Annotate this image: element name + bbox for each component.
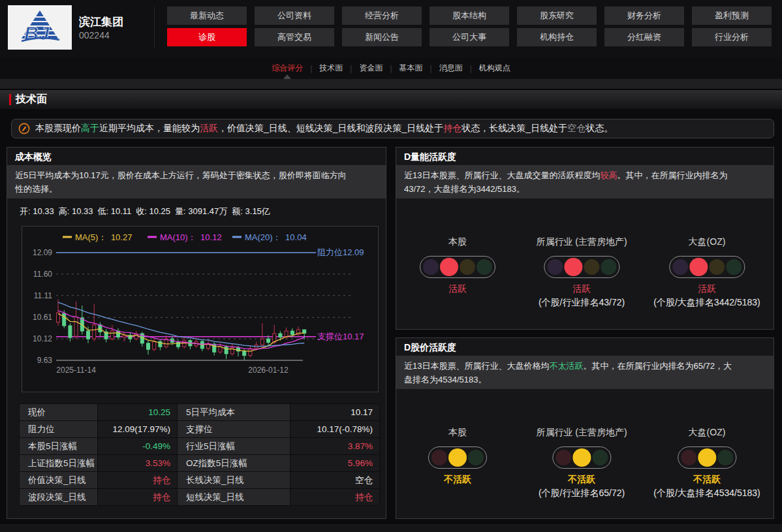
light-rank-label: (个股/行业排名65/72) bbox=[536, 488, 627, 499]
light-group-title: 本股 bbox=[420, 236, 495, 248]
table-label: 波段决策_日线 bbox=[20, 489, 98, 506]
section-header: 技术面 bbox=[0, 90, 782, 109]
svg-text:支撑位10.17: 支撑位10.17 bbox=[317, 332, 364, 341]
light-dot bbox=[601, 259, 616, 275]
nav-row-2: 诊股高管交易新闻公告公司大事机构持仓分红融资行业分析 bbox=[167, 28, 772, 46]
company-code: 002244 bbox=[79, 30, 110, 40]
nav-button-盈利预测[interactable]: 盈利预测 bbox=[692, 7, 772, 25]
table-label: 行业5日涨幅 bbox=[178, 438, 290, 455]
section-title: 技术面 bbox=[16, 93, 47, 106]
nav-button-公司资料[interactable]: 公司资料 bbox=[255, 7, 334, 25]
svg-text:2026-01-12: 2026-01-12 bbox=[248, 366, 289, 375]
light-dot bbox=[584, 259, 599, 275]
company-logo: BJ bbox=[8, 5, 72, 50]
table-value: 12.09(17.97%) bbox=[98, 421, 178, 438]
table-row: 阻力位12.09(17.97%)支撑位10.17(-0.78%) bbox=[20, 421, 380, 438]
table-label: 长线决策_日线 bbox=[178, 472, 290, 489]
table-label: 支撑位 bbox=[178, 421, 290, 438]
subnav-tab-机构观点[interactable]: 机构观点 bbox=[472, 57, 518, 79]
cost-panel-title: 成本概览 bbox=[7, 148, 386, 166]
ohlc-高: 高: 10.33 bbox=[59, 206, 93, 216]
nav-button-分红融资[interactable]: 分红融资 bbox=[604, 28, 684, 46]
cost-chart: 12.0911.6011.1110.6110.129.63MA(5)： 10.2… bbox=[22, 226, 379, 392]
light-dot bbox=[468, 450, 484, 465]
nav-button-高管交易[interactable]: 高管交易 bbox=[255, 28, 334, 46]
nav-button-财务分析[interactable]: 财务分析 bbox=[604, 7, 684, 25]
light-group-title: 所属行业 (主营房地产) bbox=[536, 427, 627, 439]
light-dot bbox=[717, 450, 733, 465]
nav-button-最新动态[interactable]: 最新动态 bbox=[167, 7, 247, 25]
cost-panel-description: 近5日平均成本为10.17元，股价在成本上方运行，筹码处于密集状态，股价即将面临… bbox=[7, 166, 386, 198]
ohlc-量: 量: 3091.47万 bbox=[175, 206, 227, 216]
nav-button-诊股[interactable]: 诊股 bbox=[167, 28, 247, 46]
text-segment: 状态，长线决策_日线处于 bbox=[461, 123, 567, 133]
light-dot bbox=[555, 450, 571, 465]
light-dot bbox=[477, 259, 492, 275]
traffic-light-pill bbox=[420, 256, 495, 278]
light-status-label: 活跃 bbox=[536, 283, 627, 295]
svg-text:12.09: 12.09 bbox=[33, 248, 52, 257]
subnav-tab-资金面[interactable]: 资金面 bbox=[352, 57, 390, 79]
subnav-tab-技术面[interactable]: 技术面 bbox=[312, 57, 350, 79]
nav-button-股东研究[interactable]: 股东研究 bbox=[517, 7, 597, 25]
table-value: 10.17 bbox=[290, 404, 380, 421]
light-dot bbox=[460, 259, 475, 275]
price-activity-panel: D股价活跃度 近13日本股票、所属行业、大盘价格均不太活跃。其中，在所属行业内排… bbox=[396, 337, 774, 519]
light-group-1: 本股活跃 bbox=[420, 236, 495, 295]
summary-text: 本股票现价高于近期平均成本，量能较为活跃，价值决策_日线、短线决策_日线和波段决… bbox=[35, 123, 613, 134]
light-status-label: 不活跃 bbox=[536, 474, 627, 486]
table-value: 持仓 bbox=[290, 489, 380, 506]
light-status-label: 不活跃 bbox=[653, 474, 760, 486]
nav-button-公司大事[interactable]: 公司大事 bbox=[430, 28, 509, 46]
text-segment: 本股票现价 bbox=[35, 123, 81, 133]
light-rank-label: (个股/大盘排名4534/5183) bbox=[653, 488, 760, 499]
nav-button-机构持仓[interactable]: 机构持仓 bbox=[517, 28, 597, 46]
section-red-bar bbox=[9, 94, 11, 105]
table-label: 短线决策_日线 bbox=[178, 489, 290, 506]
table-value: -0.49% bbox=[98, 438, 178, 455]
table-value: 10.25 bbox=[98, 404, 178, 421]
nav-button-行业分析[interactable]: 行业分析 bbox=[692, 28, 772, 46]
volume-panel-description: 近13日本股票、所属行业、大盘成交量的活跃程度均较高。其中，在所属行业内排名为4… bbox=[396, 166, 774, 198]
light-dot bbox=[423, 259, 439, 275]
table-row: 波段决策_日线持仓短线决策_日线持仓 bbox=[20, 489, 380, 506]
volume-panel-title: D量能活跃度 bbox=[396, 148, 774, 166]
ohlc-额: 额: 3.15亿 bbox=[232, 206, 270, 216]
light-group-title: 所属行业 (主营房地产) bbox=[536, 236, 627, 248]
company-name: 滨江集团 bbox=[79, 14, 123, 29]
highlight-green: 高于 bbox=[81, 123, 99, 133]
svg-text:9.63: 9.63 bbox=[37, 356, 53, 365]
svg-text:10.12: 10.12 bbox=[33, 334, 52, 343]
nav-button-股本结构[interactable]: 股本结构 bbox=[430, 7, 509, 25]
light-dot-active bbox=[689, 258, 708, 276]
active-tab-indicator bbox=[283, 74, 291, 79]
light-dot bbox=[592, 450, 608, 465]
subnav-tab-基本面[interactable]: 基本面 bbox=[392, 57, 430, 79]
nav-button-新闻公告[interactable]: 新闻公告 bbox=[342, 28, 422, 46]
nav-button-经营分析[interactable]: 经营分析 bbox=[342, 7, 422, 25]
header-divider bbox=[154, 7, 155, 48]
diagnosis-icon bbox=[18, 123, 30, 134]
text-segment: 43/72，大盘排名为3442/5183。 bbox=[404, 184, 525, 194]
subnav-tab-消息面[interactable]: 消息面 bbox=[432, 57, 470, 79]
subnav-tab-综合评分[interactable]: 综合评分 bbox=[264, 57, 310, 79]
text-segment: 近13日本股票、所属行业、大盘价格均 bbox=[404, 361, 549, 371]
light-dot-active bbox=[698, 448, 716, 467]
table-value: 3.87% bbox=[290, 438, 380, 455]
svg-text:11.11: 11.11 bbox=[34, 291, 53, 300]
table-row: 价值决策_日线持仓长线决策_日线空仓 bbox=[20, 472, 380, 489]
light-group-title: 大盘(OZ) bbox=[653, 236, 760, 248]
text-segment: ，价值决策_日线、短线决策_日线和波段决策_日线处于 bbox=[218, 123, 443, 133]
ohlc-低: 低: 10.11 bbox=[98, 206, 132, 216]
light-group-3: 大盘(OZ)活跃(个股/大盘排名3442/5183) bbox=[653, 236, 760, 309]
table-value: 持仓 bbox=[98, 472, 178, 489]
svg-text:MA(10)： 10.12: MA(10)： 10.12 bbox=[160, 232, 222, 242]
light-group-2: 所属行业 (主营房地产)活跃(个股/行业排名43/72) bbox=[536, 236, 627, 309]
header: BJ 滨江集团 002244 最新动态公司资料经营分析股本结构股东研究财务分析盈… bbox=[0, 0, 782, 57]
light-dot bbox=[709, 259, 725, 275]
highlight-red: 活跃 bbox=[200, 123, 218, 133]
svg-text:10.61: 10.61 bbox=[33, 313, 52, 322]
svg-text:MA(20)： 10.04: MA(20)： 10.04 bbox=[245, 232, 307, 242]
table-row: 本股5日涨幅-0.49%行业5日涨幅3.87% bbox=[20, 438, 380, 455]
table-label: 上证指数5日涨幅 bbox=[20, 455, 98, 472]
